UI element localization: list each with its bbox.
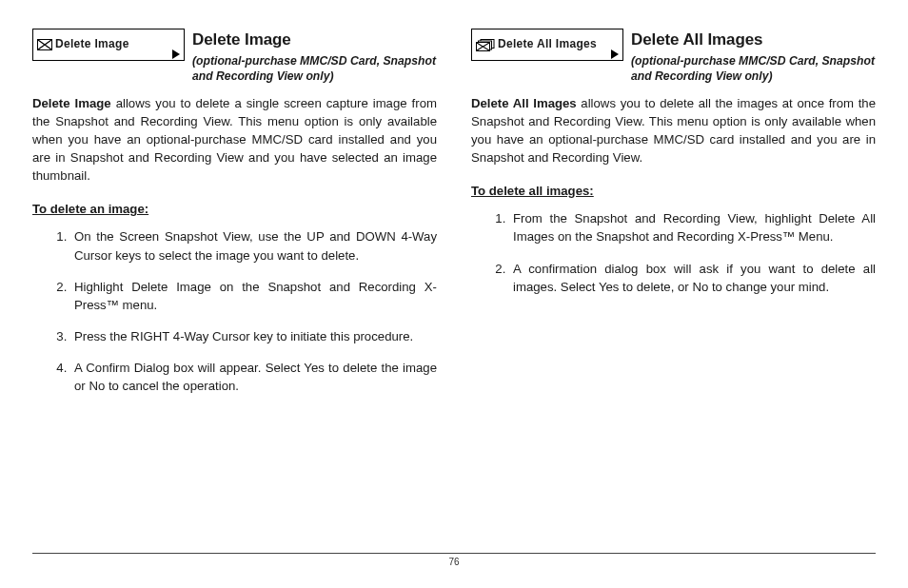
list-item: Highlight Delete Image on the Snapshot a… (70, 278, 437, 314)
list-item: A confirmation dialog box will ask if yo… (509, 260, 876, 296)
right-arrow-icon (611, 49, 619, 59)
right-header: Delete All Images Delete All Images (opt… (471, 29, 876, 85)
left-title-block: Delete Image (optional-purchase MMC/SD C… (192, 29, 437, 85)
list-item: From the Snapshot and Recording View, hi… (509, 209, 876, 245)
list-item: On the Screen Snapshot View, use the UP … (70, 227, 437, 264)
section-title: Delete Image (192, 29, 437, 52)
list-item: Press the RIGHT 4-Way Cursor key to init… (70, 327, 437, 345)
left-intro-paragraph: Delete Image allows you to delete a sing… (32, 94, 437, 186)
stacked-images-icon (476, 39, 495, 51)
menu-box-label: Delete All Images (498, 36, 597, 52)
menu-box-label: Delete Image (55, 36, 129, 52)
single-image-icon (37, 39, 52, 50)
footer-rule (32, 553, 876, 554)
delete-image-menu-box: Delete Image (32, 29, 185, 61)
section-title: Delete All Images (631, 29, 876, 52)
section-subtitle: (optional-purchase MMC/SD Card, Snapshot… (192, 53, 437, 85)
section-subtitle: (optional-purchase MMC/SD Card, Snapshot… (631, 53, 876, 85)
page-number: 76 (0, 556, 908, 570)
list-item: A Confirm Dialog box will appear. Select… (70, 359, 437, 395)
delete-all-images-menu-box: Delete All Images (471, 29, 623, 61)
left-steps-list: On the Screen Snapshot View, use the UP … (32, 227, 437, 395)
right-steps-list: From the Snapshot and Recording View, hi… (471, 209, 876, 296)
intro-bold: Delete All Images (471, 96, 577, 110)
right-column: Delete All Images Delete All Images (opt… (471, 29, 876, 408)
intro-bold: Delete Image (32, 96, 111, 110)
page: Delete Image Delete Image (optional-purc… (0, 0, 908, 408)
steps-heading: To delete an image: (32, 200, 437, 218)
right-intro-paragraph: Delete All Images allows you to delete a… (471, 94, 876, 167)
left-header: Delete Image Delete Image (optional-purc… (32, 29, 437, 85)
right-arrow-icon (172, 49, 180, 59)
left-column: Delete Image Delete Image (optional-purc… (32, 29, 437, 408)
steps-heading: To delete all images: (471, 182, 876, 200)
right-title-block: Delete All Images (optional-purchase MMC… (631, 29, 876, 85)
